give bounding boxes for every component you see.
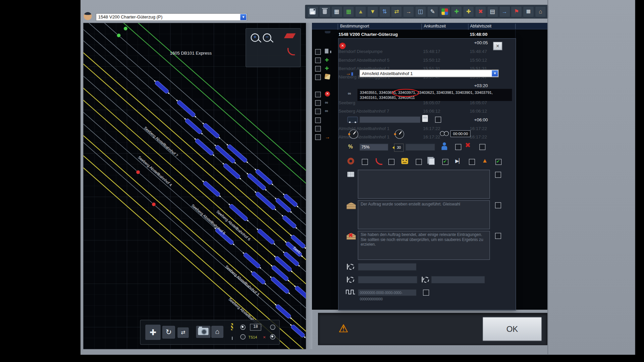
curve-tool-icon[interactable] [287, 48, 295, 56]
offset-time: +06:00 [474, 117, 488, 122]
wait-time-field[interactable]: 00:00:00 [450, 130, 471, 137]
move-down-icon[interactable]: ▼ [367, 6, 378, 17]
dialog-checkbox[interactable] [388, 159, 394, 165]
pick-icon[interactable]: → [403, 6, 415, 17]
route-shape-icon[interactable] [284, 34, 296, 38]
layer-radio-1[interactable] [240, 324, 246, 330]
rotate-icon[interactable]: ↻ [162, 326, 175, 339]
zoom-out-icon[interactable]: − [263, 34, 271, 42]
created-note-text: Der Auftrag wurde soeben erstellt ausgef… [361, 202, 460, 206]
row-checkbox[interactable] [315, 126, 321, 132]
pan-move-icon[interactable]: ✚ [145, 324, 161, 340]
close-button[interactable]: ✕ [493, 42, 502, 50]
flag-icon[interactable]: ⚑ [511, 6, 522, 17]
insert-above-icon[interactable]: ⇅ [379, 6, 390, 17]
train-selector[interactable]: 1548 V200 Charter-Güterzug (P) ▼ [96, 13, 247, 21]
layer-radio-3[interactable] [240, 334, 246, 340]
zoom-panel: + − [246, 28, 301, 67]
row-checkbox[interactable] [315, 92, 321, 98]
guid-field[interactable]: 00000000-0000-0000-0000-000000000000 [358, 289, 417, 296]
delete-icon[interactable]: ✖ [465, 141, 471, 149]
destination-dropdown[interactable]: Almsfeld Abstellbahnhof 1 ▼ [360, 70, 499, 77]
add-icon[interactable]: ✚ [451, 6, 462, 17]
track-map[interactable]: Seeberg Abstellbahnhof 7 Seeberg Abstell… [83, 23, 306, 349]
dialog-checkbox[interactable] [435, 117, 441, 123]
move-up-icon[interactable]: ▲ [355, 6, 367, 17]
dialog-checkbox[interactable] [495, 172, 501, 178]
splitter[interactable] [306, 23, 312, 349]
row-checkbox[interactable] [315, 66, 321, 72]
script-field-2[interactable] [358, 276, 418, 284]
keypad-icon[interactable]: ▦ [523, 6, 534, 17]
dialog-checkbox[interactable] [479, 144, 485, 150]
curve-icon[interactable] [376, 158, 382, 165]
cancel-mini-icon[interactable]: ✕ [263, 336, 266, 340]
document-icon[interactable] [422, 115, 428, 122]
delete-icon[interactable] [319, 6, 330, 17]
dialog-checkbox[interactable] [495, 233, 501, 239]
chevron-down-icon[interactable]: ▼ [240, 14, 246, 20]
speed-limit-icon[interactable]: 30 [394, 143, 404, 152]
dialog-checkbox-checked[interactable] [495, 159, 501, 165]
driver-change-icon[interactable] [441, 142, 448, 150]
time-knob-departure[interactable] [395, 129, 404, 139]
time-knob-arrival[interactable] [349, 129, 358, 139]
table-header: Bestimmungsort Ankunftszeit Abfahrtszeit [312, 23, 547, 29]
transform-icon[interactable]: ⇄ [177, 327, 189, 338]
ok-button[interactable]: OK [483, 317, 542, 341]
edit-icon[interactable]: ✎ [427, 6, 438, 17]
panel-divider [547, 0, 548, 355]
grid-alt-icon[interactable]: ▦ [343, 6, 355, 17]
dialog-checkbox-checked[interactable] [442, 159, 448, 165]
script-field-3[interactable] [431, 276, 485, 284]
add-alt-icon[interactable]: ✚ [463, 6, 474, 17]
dialog-checkbox[interactable] [495, 202, 501, 208]
exit-icon[interactable]: → [499, 6, 510, 17]
home-view-icon[interactable]: ⌂ [211, 326, 223, 338]
step-forward-icon[interactable]: ▶ [455, 158, 463, 164]
insert-below-icon[interactable]: ⇄ [391, 6, 402, 17]
loop-icon[interactable] [347, 158, 354, 164]
automation-icon[interactable] [401, 158, 408, 164]
train-name-field[interactable] [360, 116, 421, 123]
camera-icon[interactable] [196, 326, 210, 338]
finished-note-textarea[interactable]: Sie haben den Auftrag beendet, aber eini… [358, 231, 490, 260]
dialog-footer: ⚠ OK [318, 313, 547, 345]
layer-radio-4[interactable] [270, 334, 275, 340]
track-number-field[interactable]: 18 [250, 324, 261, 330]
copy-pages-icon[interactable] [429, 158, 435, 165]
dialog-checkbox[interactable] [362, 159, 368, 165]
clipboard-icon[interactable]: ▤ [487, 6, 498, 17]
dialog-checkbox[interactable] [469, 159, 475, 165]
colors-icon[interactable] [439, 6, 450, 17]
zoom-in-icon[interactable]: + [251, 34, 259, 42]
row-checkbox[interactable] [315, 109, 321, 114]
created-note-textarea[interactable]: Der Auftrag wurde soeben erstellt ausgef… [358, 200, 490, 229]
schedule-row[interactable]: 1548 V200 Charter-Güterzug 15:48:00 [312, 30, 547, 39]
dialog-checkbox[interactable] [455, 144, 461, 150]
grid-icon[interactable]: ▦ [331, 6, 342, 17]
speed-field[interactable] [405, 143, 435, 151]
row-checkbox[interactable] [315, 58, 321, 63]
note-textarea[interactable] [358, 170, 490, 198]
row-checkbox[interactable] [315, 134, 321, 140]
depot-icon[interactable]: ⌂ [535, 6, 546, 17]
exit-up-icon[interactable]: ▲ [482, 157, 488, 164]
row-checkbox[interactable] [315, 74, 321, 80]
row-checkbox[interactable] [315, 117, 321, 123]
dialog-checkbox[interactable] [416, 159, 422, 165]
dialog-checkbox[interactable] [423, 290, 429, 296]
percent-field[interactable]: 75% [360, 143, 388, 151]
save-icon[interactable] [307, 6, 319, 17]
duplicate-icon[interactable]: ◫ [415, 6, 426, 17]
remove-icon[interactable]: ✖ [475, 6, 486, 17]
dual-knob-icon[interactable] [440, 131, 449, 136]
layer-radio-2[interactable] [270, 324, 275, 330]
track-ids-line2: 33403161, 33403681, 33403411 [360, 95, 509, 100]
chevron-down-icon[interactable]: ▼ [492, 70, 498, 76]
add-stop-icon: ✚ [325, 57, 331, 63]
row-checkbox[interactable] [315, 100, 321, 106]
map-toolbar: ✚ ↻ ⇄ ⌂ 18 TS14 ✕ [140, 320, 280, 345]
row-checkbox[interactable] [315, 49, 321, 55]
script-field-1[interactable] [358, 263, 417, 271]
